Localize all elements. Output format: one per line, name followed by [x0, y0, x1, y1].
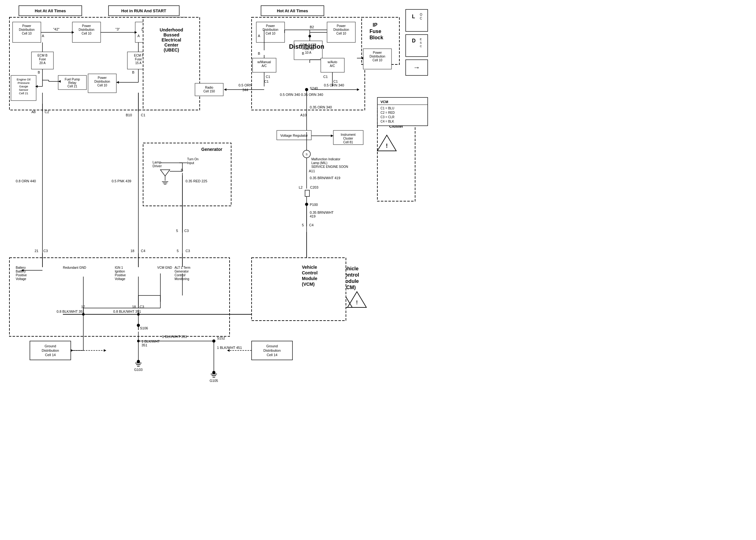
svg-text:B: B	[38, 70, 40, 74]
svg-text:Cell 10: Cell 10	[336, 32, 346, 35]
svg-text:18: 18	[130, 249, 134, 253]
svg-text:(UBEC): (UBEC)	[164, 48, 179, 53]
svg-text:B: B	[132, 70, 134, 74]
svg-text:Distribution: Distribution	[42, 348, 59, 352]
svg-point-276	[212, 371, 216, 374]
svg-text:L2: L2	[299, 186, 303, 189]
svg-text:VCM: VCM	[380, 100, 388, 104]
svg-text:Underhood: Underhood	[160, 27, 183, 32]
svg-point-270	[137, 360, 140, 363]
svg-text:Distribution: Distribution	[262, 28, 278, 32]
svg-text:Malfunction Indicator: Malfunction Indicator	[311, 158, 341, 161]
svg-text:0.8 BLK/WHT  351: 0.8 BLK/WHT 351	[57, 310, 84, 313]
svg-text:Lamp: Lamp	[153, 160, 161, 164]
svg-text:0.8 ORN  440: 0.8 ORN 440	[16, 179, 36, 183]
svg-text:344: 344	[242, 88, 248, 92]
svg-text:Bussed: Bussed	[164, 32, 180, 37]
svg-text:"42": "42"	[53, 27, 60, 31]
svg-text:15 A: 15 A	[135, 61, 141, 65]
svg-text:C4: C4	[141, 249, 145, 253]
svg-text:Gauge: Gauge	[19, 84, 28, 88]
svg-text:Turn On: Turn On	[187, 158, 199, 161]
svg-text:A10: A10	[300, 113, 307, 117]
svg-text:0.35 ORN  340: 0.35 ORN 340	[310, 105, 332, 109]
svg-text:Ground: Ground	[45, 344, 56, 348]
svg-text:1 BLK/WHT  351: 1 BLK/WHT 351	[162, 335, 187, 338]
svg-text:S: S	[306, 153, 308, 156]
svg-text:419: 419	[310, 214, 315, 218]
svg-text:C1: C1	[323, 75, 328, 78]
svg-point-186	[305, 203, 308, 206]
svg-text:A11: A11	[309, 169, 315, 173]
svg-text:C4: C4	[309, 223, 314, 227]
svg-text:C2: C2	[45, 110, 49, 114]
svg-text:5: 5	[176, 229, 178, 233]
svg-text:Lamp (MIL): Lamp (MIL)	[311, 161, 327, 165]
svg-text:0.8 BLK/WHT  351: 0.8 BLK/WHT 351	[113, 310, 141, 313]
svg-text:0.35 BRN/WHT  419: 0.35 BRN/WHT 419	[310, 176, 340, 180]
svg-text:Input: Input	[187, 161, 194, 165]
svg-text:Voltage: Voltage	[115, 277, 125, 281]
svg-text:Cell 10: Cell 10	[22, 32, 32, 35]
svg-text:Battery: Battery	[16, 266, 26, 269]
svg-text:Distribution: Distribution	[263, 348, 280, 352]
svg-text:Ignition: Ignition	[115, 270, 125, 273]
svg-text:Voltage Regulator: Voltage Regulator	[280, 134, 308, 137]
svg-text:SERVICE ENGINE SOON: SERVICE ENGINE SOON	[311, 165, 348, 169]
svg-text:Generator: Generator	[175, 270, 189, 273]
svg-text:"3": "3"	[115, 27, 120, 31]
svg-text:Driver: Driver	[153, 164, 162, 168]
svg-text:0.5 ORN  340: 0.5 ORN 340	[324, 83, 344, 87]
svg-text:0.5 ORN  340  0.35 ORN  340: 0.5 ORN 340 0.35 ORN 340	[280, 93, 323, 96]
svg-text:Fuse: Fuse	[370, 29, 381, 34]
svg-text:A: A	[42, 34, 44, 38]
svg-text:Module: Module	[302, 276, 317, 281]
svg-rect-153	[143, 143, 231, 206]
svg-text:Instrument: Instrument	[341, 133, 355, 136]
svg-text:C3: C3	[184, 229, 189, 233]
svg-text:Cell 14: Cell 14	[267, 353, 277, 357]
svg-text:E: E	[420, 38, 422, 41]
svg-rect-183	[305, 190, 309, 197]
svg-text:5: 5	[177, 249, 179, 253]
svg-text:Power: Power	[373, 51, 382, 55]
svg-text:S106: S106	[140, 326, 148, 330]
svg-text:Cell 10: Cell 10	[265, 32, 275, 35]
svg-text:w/Auto: w/Auto	[327, 60, 338, 64]
svg-text:(VCM): (VCM)	[302, 282, 315, 287]
svg-text:C: C	[420, 45, 422, 48]
svg-text:B: B	[258, 52, 260, 55]
svg-text:C1: C1	[141, 113, 145, 117]
svg-text:Monitoring: Monitoring	[175, 277, 189, 281]
svg-text:Positive: Positive	[115, 273, 126, 277]
svg-text:B: B	[302, 52, 304, 55]
svg-rect-287	[406, 9, 428, 32]
svg-text:Cell 10: Cell 10	[97, 83, 107, 87]
svg-text:Cell 10: Cell 10	[81, 32, 91, 35]
svg-point-80	[309, 35, 311, 37]
svg-text:Generator: Generator	[201, 147, 222, 152]
svg-text:1 BLK/WHT: 1 BLK/WHT	[141, 339, 160, 343]
svg-text:O: O	[420, 13, 422, 16]
svg-text:Vehicle: Vehicle	[302, 265, 317, 270]
svg-text:0.35 BRN/WHT: 0.35 BRN/WHT	[310, 210, 334, 214]
svg-text:Cluster: Cluster	[343, 137, 353, 140]
svg-text:C3: C3	[186, 249, 190, 253]
svg-text:Power: Power	[266, 24, 275, 28]
svg-text:A: A	[258, 34, 260, 38]
svg-text:P100: P100	[310, 203, 318, 206]
svg-text:Power: Power	[337, 24, 346, 28]
svg-text:C2 = RED: C2 = RED	[380, 111, 395, 114]
svg-text:G103: G103	[134, 368, 143, 371]
svg-text:B10: B10	[126, 113, 132, 117]
svg-text:Ground: Ground	[266, 344, 278, 348]
svg-text:Pressure: Pressure	[18, 81, 30, 84]
svg-text:Power: Power	[82, 24, 91, 28]
svg-text:Control: Control	[302, 270, 318, 275]
svg-text:Hot At All Times: Hot At All Times	[277, 9, 308, 13]
svg-text:Distribution: Distribution	[370, 55, 385, 58]
svg-text:!: !	[386, 143, 388, 149]
svg-text:S: S	[420, 41, 422, 44]
svg-text:A8: A8	[32, 110, 36, 114]
svg-text:Center: Center	[165, 43, 179, 48]
